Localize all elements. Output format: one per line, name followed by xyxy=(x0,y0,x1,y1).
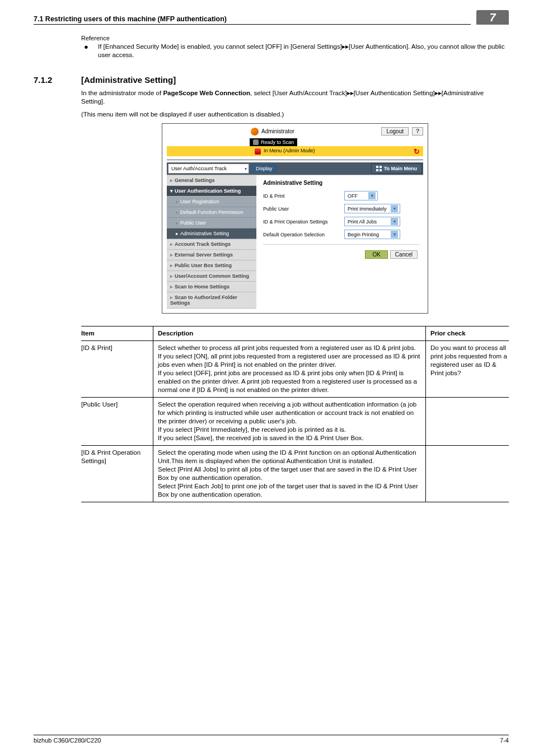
section-title: [Administrative Setting] xyxy=(81,75,509,85)
sidebar-item-user-auth-setting[interactable]: ▾User Authentication Setting xyxy=(167,186,256,197)
main-pane: Administrative Setting ID & Print OFF▾ P… xyxy=(256,175,423,309)
setting-row-id-print: ID & Print OFF▾ xyxy=(263,189,420,202)
sidebar-item-administrative-setting[interactable]: ▸Administrative Setting xyxy=(167,228,256,239)
setting-row-public-user: Public User Print Immediately▾ xyxy=(263,202,420,215)
chevron-down-icon: ▾ xyxy=(368,192,376,199)
in-menu-label: In Menu (Admin Mode) xyxy=(264,148,315,153)
section-para-1: In the administrator mode of PageScope W… xyxy=(81,89,509,106)
help-button[interactable]: ? xyxy=(412,127,423,136)
settings-table: Item Description Prior check [ID & Print… xyxy=(81,326,509,502)
chevron-down-icon: ▾ xyxy=(391,231,398,238)
col-desc: Description xyxy=(153,326,426,341)
sidebar-item-user-account-common[interactable]: ▸User/Account Common Setting xyxy=(167,271,256,282)
sidebar-item-external-server[interactable]: ▸External Server Settings xyxy=(167,250,256,260)
chevron-down-icon: ▾ xyxy=(391,218,398,225)
sidebar-item-general-settings[interactable]: ▸General Settings xyxy=(167,175,256,186)
cancel-button[interactable]: Cancel xyxy=(390,250,418,259)
chapter-badge: 7 xyxy=(476,10,509,25)
administrator-label: Administrator xyxy=(261,128,294,134)
document-icon xyxy=(255,148,261,155)
sidebar: ▸General Settings ▾User Authentication S… xyxy=(167,175,256,309)
public-user-select[interactable]: Print Immediately▾ xyxy=(344,204,400,213)
sidebar-item-account-track[interactable]: ▸Account Track Settings xyxy=(167,239,256,250)
footer-left: bizhub C360/C280/C220 xyxy=(34,737,101,744)
reference-label: Reference xyxy=(81,35,509,41)
section-header: 7.1 Restricting users of this machine (M… xyxy=(34,15,471,25)
bullet-icon: ● xyxy=(81,43,98,59)
chevron-down-icon: ▾ xyxy=(391,205,398,212)
sidebar-item-default-func-perm[interactable]: ▸Default Function Permission xyxy=(167,207,256,218)
grid-icon xyxy=(376,166,382,171)
op-settings-select[interactable]: Print All Jobs▾ xyxy=(344,217,400,226)
table-row: [Public User] Select the operation requi… xyxy=(81,398,509,446)
chevron-down-icon: ▾ xyxy=(245,166,247,171)
ready-to-scan-badge: Ready to Scan xyxy=(250,138,297,146)
logout-button[interactable]: Logout xyxy=(381,127,409,136)
screenshot-panel: Administrator Logout ? Ready to Scan xyxy=(162,123,428,314)
section-para-2: (This menu item will not be displayed if… xyxy=(81,110,509,119)
to-main-menu-button[interactable]: To Main Menu xyxy=(371,164,422,174)
table-row: [ID & Print Operation Settings] Select t… xyxy=(81,446,509,502)
sidebar-item-user-registration[interactable]: ▸User Registration xyxy=(167,197,256,207)
id-print-select[interactable]: OFF▾ xyxy=(344,191,378,200)
ok-button[interactable]: OK xyxy=(365,250,387,259)
administrator-icon xyxy=(251,128,259,136)
table-row: [ID & Print] Select whether to process a… xyxy=(81,341,509,398)
refresh-icon[interactable]: ↻ xyxy=(414,147,420,156)
reference-text: If [Enhanced Security Mode] is enabled, … xyxy=(98,43,509,59)
footer-right: 7-4 xyxy=(500,737,509,744)
sidebar-item-scan-to-authorized[interactable]: ▸Scan to Authorized Folder Settings xyxy=(167,292,256,309)
sidebar-item-public-user[interactable]: ▸Public User xyxy=(167,218,256,228)
printer-icon xyxy=(253,139,259,145)
sidebar-item-scan-to-home[interactable]: ▸Scan to Home Settings xyxy=(167,282,256,292)
display-button[interactable]: Display xyxy=(251,164,277,173)
setting-row-op-settings: ID & Print Operation Settings Print All … xyxy=(263,215,420,228)
default-op-select[interactable]: Begin Printing▾ xyxy=(344,230,400,239)
category-dropdown[interactable]: User Auth/Account Track ▾ xyxy=(168,164,249,174)
pane-title: Administrative Setting xyxy=(263,178,420,189)
col-prior: Prior check xyxy=(426,326,509,341)
sidebar-item-public-user-box[interactable]: ▸Public User Box Setting xyxy=(167,260,256,271)
setting-row-default-op: Default Operation Selection Begin Printi… xyxy=(263,228,420,241)
section-number: 7.1.2 xyxy=(34,75,81,85)
col-item: Item xyxy=(81,326,153,341)
